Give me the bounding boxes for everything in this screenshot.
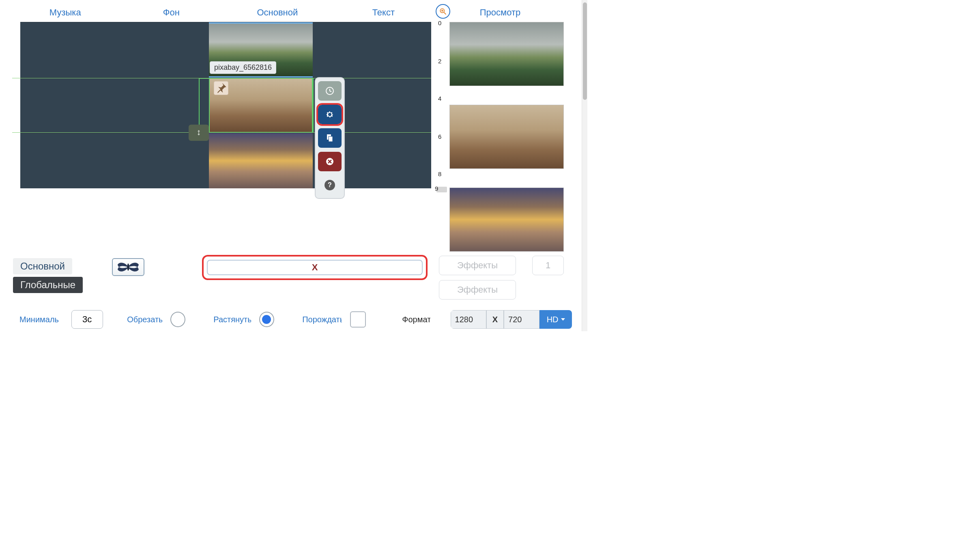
page-scrollbar[interactable] — [582, 0, 587, 331]
clip-time-button[interactable] — [318, 81, 342, 101]
magnify-plus-icon — [439, 7, 447, 15]
format-group: 1280 X 720 HD — [451, 310, 572, 329]
copy-icon — [325, 133, 335, 143]
zoom-in-button[interactable] — [436, 4, 450, 19]
preview-thumb-1[interactable] — [449, 22, 564, 86]
spawn-checkbox[interactable] — [350, 311, 366, 328]
clip-delete-button[interactable] — [318, 152, 342, 171]
format-label: Формат — [402, 315, 430, 324]
help-icon: ? — [325, 180, 335, 190]
tab-background[interactable]: Фон — [118, 5, 225, 24]
effects-chain-highlight: X — [202, 255, 428, 280]
effects-button-2[interactable]: Эффекты — [439, 280, 516, 300]
svg-line-1 — [444, 13, 446, 15]
stretch-label: Растянуть — [213, 315, 251, 324]
format-height[interactable]: 720 — [504, 310, 539, 329]
effects-button-1[interactable]: Эффекты — [439, 256, 516, 275]
clip-3[interactable] — [209, 133, 313, 188]
scrollbar-thumb[interactable] — [583, 2, 587, 100]
radio-dot-icon — [262, 315, 271, 324]
remove-effect-button[interactable]: X — [207, 260, 423, 275]
stretch-radio[interactable] — [259, 312, 274, 327]
timeline-row-2[interactable] — [20, 78, 431, 133]
tab-text[interactable]: Текст — [331, 5, 437, 24]
tab-preview[interactable]: Просмотр — [436, 5, 564, 24]
svg-rect-6 — [329, 136, 333, 142]
timeline-row-3[interactable] — [20, 133, 431, 188]
preview-thumb-3[interactable] — [449, 188, 564, 252]
ruler-marker-label: 9 — [431, 185, 443, 192]
resize-vertical-icon — [195, 128, 202, 137]
crop-radio[interactable] — [170, 312, 185, 327]
clip-copy-button[interactable] — [318, 128, 342, 148]
format-separator: X — [486, 310, 504, 329]
ruler-tick-8: 8 — [434, 170, 446, 177]
tab-main[interactable]: Основной — [224, 5, 331, 24]
ruler-tick-0: 0 — [434, 19, 446, 26]
format-width[interactable]: 1280 — [451, 310, 486, 329]
preview-thumb-2[interactable] — [449, 105, 564, 169]
ruler-tick-6: 6 — [434, 133, 446, 140]
settings-tab-global[interactable]: Глобальные — [13, 277, 83, 293]
hd-label: HD — [547, 315, 559, 324]
clip-tool-panel: ? — [315, 77, 345, 199]
clock-icon — [325, 86, 335, 96]
settings-tab-main[interactable]: Основной — [13, 258, 72, 274]
tab-music[interactable]: Музыка — [12, 5, 118, 24]
butterfly-icon — [115, 260, 141, 274]
pin-button[interactable] — [214, 81, 228, 95]
clip-settings-button[interactable] — [318, 105, 342, 124]
format-hd-dropdown[interactable]: HD — [539, 310, 572, 329]
clip-help-button[interactable]: ? — [318, 175, 342, 195]
delete-icon — [325, 157, 335, 166]
min-duration-label: Минималь — [19, 315, 63, 324]
time-ruler: 0 2 4 6 8 9 — [432, 17, 446, 192]
clip-2[interactable] — [209, 78, 313, 133]
ruler-tick-4: 4 — [434, 95, 446, 102]
clip-1[interactable]: pixabay_6562816 — [209, 22, 313, 78]
row-resize-handle[interactable] — [189, 125, 209, 141]
timeline[interactable]: pixabay_6562816 — [20, 22, 431, 188]
crop-label: Обрезать — [127, 315, 162, 324]
pin-icon — [214, 81, 228, 95]
timeline-row-1[interactable]: pixabay_6562816 — [20, 22, 431, 78]
chevron-down-icon — [561, 318, 565, 321]
effects-count[interactable]: 1 — [532, 256, 564, 275]
gear-icon — [325, 110, 335, 119]
svg-point-8 — [127, 263, 129, 271]
ruler-tick-2: 2 — [434, 58, 446, 65]
clip-label: pixabay_6562816 — [210, 61, 276, 74]
min-duration-input[interactable] — [71, 310, 103, 329]
transition-preset-button[interactable] — [112, 258, 144, 276]
spawn-label: Порождать — [302, 315, 342, 324]
preview-column — [449, 22, 564, 252]
